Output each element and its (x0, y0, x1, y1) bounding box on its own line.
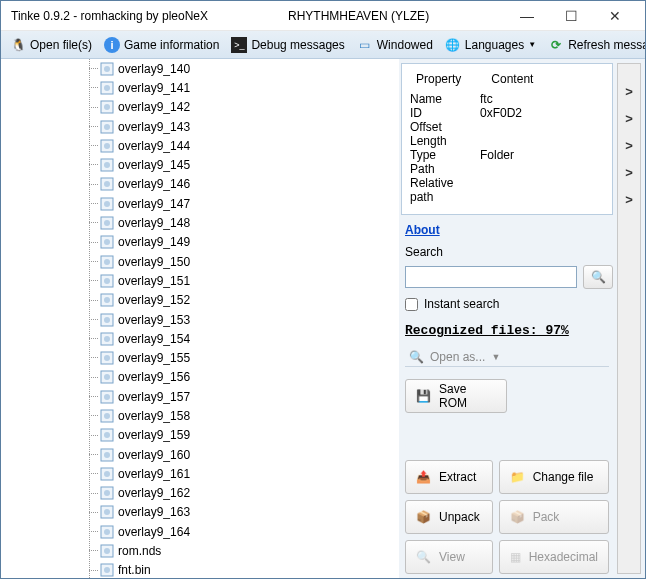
file-tree[interactable]: overlay9_140overlay9_141overlay9_142over… (1, 59, 399, 578)
about-link[interactable]: About (401, 221, 613, 237)
tree-node[interactable]: overlay9_147 (81, 194, 399, 213)
languages-button[interactable]: 🌐 Languages ▼ (440, 35, 541, 55)
tree-node-label: overlay9_149 (118, 235, 190, 249)
tree-node[interactable]: overlay9_164 (81, 522, 399, 541)
tree-node[interactable]: overlay9_140 (81, 59, 399, 78)
change-file-button[interactable]: 📁 Change file (499, 460, 609, 494)
svg-point-33 (104, 374, 110, 380)
debug-button[interactable]: >_ Debug messages (226, 35, 349, 55)
search-label: Search (401, 243, 613, 259)
windowed-button[interactable]: ▭ Windowed (352, 35, 438, 55)
property-key: Name (410, 92, 480, 106)
hex-icon: ▦ (510, 550, 521, 564)
file-icon (99, 234, 115, 250)
file-icon (99, 61, 115, 77)
tree-node-label: overlay9_160 (118, 448, 190, 462)
chevron-right-icon: > (625, 111, 633, 126)
tree-node[interactable]: overlay9_160 (81, 445, 399, 464)
tree-node-label: overlay9_153 (118, 313, 190, 327)
tree-node[interactable]: overlay9_152 (81, 291, 399, 310)
tree-node[interactable]: overlay9_155 (81, 348, 399, 367)
tree-node[interactable]: overlay9_158 (81, 406, 399, 425)
tree-node[interactable]: overlay9_144 (81, 136, 399, 155)
file-icon (99, 562, 115, 578)
view-button[interactable]: 🔍 View (405, 540, 493, 574)
property-row: Relative path (410, 176, 604, 204)
tree-node-label: overlay9_144 (118, 139, 190, 153)
tree-node[interactable]: fnt.bin (81, 561, 399, 578)
tree-node[interactable]: overlay9_149 (81, 233, 399, 252)
tree-node[interactable]: overlay9_151 (81, 271, 399, 290)
tree-node[interactable]: overlay9_148 (81, 213, 399, 232)
search-input[interactable] (405, 266, 577, 288)
open-files-button[interactable]: 🐧 Open file(s) (5, 35, 97, 55)
pack-button[interactable]: 📦 Pack (499, 500, 609, 534)
tree-node[interactable]: overlay9_161 (81, 464, 399, 483)
file-icon (99, 196, 115, 212)
windows-icon: ▭ (357, 37, 373, 53)
file-icon (99, 485, 115, 501)
recognized-label: Recognized files: 97% (401, 317, 613, 340)
minimize-button[interactable]: — (505, 2, 549, 30)
tree-node-label: overlay9_159 (118, 428, 190, 442)
tree-node-label: overlay9_150 (118, 255, 190, 269)
file-icon (99, 80, 115, 96)
property-value (480, 134, 604, 148)
terminal-icon: >_ (231, 37, 247, 53)
prop-header-content: Content (485, 68, 539, 90)
open-as-button[interactable]: 🔍 Open as... ▼ (405, 346, 609, 367)
search-button[interactable]: 🔍 (583, 265, 613, 289)
svg-point-49 (104, 529, 110, 535)
tree-node[interactable]: overlay9_153 (81, 310, 399, 329)
maximize-button[interactable]: ☐ (549, 2, 593, 30)
property-value (480, 120, 604, 134)
svg-point-41 (104, 452, 110, 458)
refresh-button[interactable]: ⟳ Refresh messages (543, 35, 646, 55)
penguin-icon: 🐧 (10, 37, 26, 53)
hex-button[interactable]: ▦ Hexadecimal (499, 540, 609, 574)
tree-node-label: overlay9_140 (118, 62, 190, 76)
tree-node[interactable]: overlay9_143 (81, 117, 399, 136)
instant-search-checkbox[interactable] (405, 298, 418, 311)
tree-node[interactable]: rom.nds (81, 541, 399, 560)
svg-point-11 (104, 162, 110, 168)
tree-node[interactable]: overlay9_145 (81, 155, 399, 174)
file-icon (99, 389, 115, 405)
property-key: Type (410, 148, 480, 162)
property-key: Offset (410, 120, 480, 134)
chevron-right-icon: > (625, 192, 633, 207)
side-scroller[interactable]: > > > > > (617, 63, 641, 574)
tree-node[interactable]: overlay9_154 (81, 329, 399, 348)
svg-point-29 (104, 336, 110, 342)
tree-node-label: overlay9_155 (118, 351, 190, 365)
tree-node-label: overlay9_154 (118, 332, 190, 346)
svg-point-15 (104, 201, 110, 207)
toolbar: 🐧 Open file(s) i Game information >_ Deb… (1, 31, 645, 59)
tree-node[interactable]: overlay9_146 (81, 175, 399, 194)
tree-node[interactable]: overlay9_157 (81, 387, 399, 406)
close-button[interactable]: ✕ (593, 2, 637, 30)
unpack-button[interactable]: 📦 Unpack (405, 500, 493, 534)
game-info-button[interactable]: i Game information (99, 35, 224, 55)
save-rom-button[interactable]: 💾 Save ROM (405, 379, 507, 413)
extract-button[interactable]: 📤 Extract (405, 460, 493, 494)
tree-node-label: overlay9_148 (118, 216, 190, 230)
file-icon (99, 273, 115, 289)
svg-point-53 (104, 567, 110, 573)
properties-box: Property Content NameftcID0xF0D2OffsetLe… (401, 63, 613, 215)
file-icon (99, 408, 115, 424)
tree-node-label: overlay9_152 (118, 293, 190, 307)
tree-node-label: overlay9_146 (118, 177, 190, 191)
tree-node[interactable]: overlay9_159 (81, 426, 399, 445)
svg-point-25 (104, 297, 110, 303)
extract-icon: 📤 (416, 470, 431, 484)
info-icon: i (104, 37, 120, 53)
property-value: ftc (480, 92, 604, 106)
file-icon (99, 331, 115, 347)
tree-node[interactable]: overlay9_150 (81, 252, 399, 271)
tree-node[interactable]: overlay9_142 (81, 98, 399, 117)
tree-node[interactable]: overlay9_156 (81, 368, 399, 387)
tree-node[interactable]: overlay9_162 (81, 484, 399, 503)
tree-node[interactable]: overlay9_163 (81, 503, 399, 522)
tree-node[interactable]: overlay9_141 (81, 78, 399, 97)
